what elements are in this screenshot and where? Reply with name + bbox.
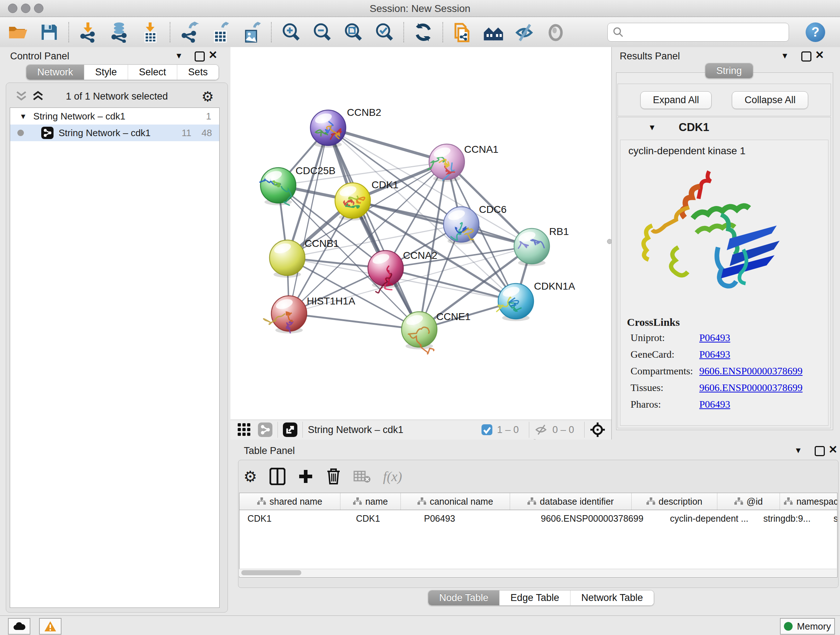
- table-cell[interactable]: CDK1: [348, 510, 416, 527]
- delete-table-icon[interactable]: [354, 469, 371, 484]
- float-panel-icon[interactable]: [195, 51, 205, 62]
- grid-view-icon[interactable]: [237, 423, 251, 437]
- zoom-fit-icon[interactable]: [342, 21, 364, 43]
- import-table-file-icon[interactable]: [140, 21, 161, 43]
- crosslink-value-link[interactable]: P06493: [699, 399, 730, 410]
- network-list: ▾ String Network – cdk1 1 String Network…: [10, 108, 219, 608]
- status-bar: Memory: [0, 616, 840, 635]
- column-header-namespace[interactable]: namespace: [780, 493, 837, 510]
- string-home-icon[interactable]: [483, 21, 504, 43]
- table-cell[interactable]: CDK1: [240, 510, 348, 527]
- search-input[interactable]: [627, 26, 789, 38]
- export-image-icon[interactable]: [241, 21, 263, 43]
- column-header-shared-name[interactable]: shared name: [240, 493, 340, 510]
- node-ccnb2[interactable]: CCNB2: [310, 107, 381, 148]
- tab-network-table[interactable]: Network Table: [570, 591, 654, 605]
- expand-all-button[interactable]: Expand All: [640, 91, 712, 109]
- network-collection-row[interactable]: ▾ String Network – cdk1 1: [10, 108, 219, 125]
- hidden-eye-slash-icon[interactable]: [534, 424, 548, 435]
- cloud-button[interactable]: [8, 618, 30, 635]
- zoom-selected-icon[interactable]: [373, 21, 395, 43]
- delete-column-trash-icon[interactable]: [326, 468, 341, 485]
- column-header-@id[interactable]: @id: [717, 493, 780, 510]
- search-field[interactable]: [607, 23, 789, 42]
- table-horizontal-scrollbar[interactable]: [239, 569, 837, 576]
- help-icon[interactable]: ?: [806, 22, 825, 42]
- zoom-in-icon[interactable]: [280, 21, 302, 43]
- float-panel-icon[interactable]: [815, 446, 825, 456]
- open-in-window-icon[interactable]: [283, 423, 297, 437]
- column-header-name[interactable]: name: [340, 493, 401, 510]
- control-panel-title: Control Panel: [10, 51, 69, 62]
- warnings-button[interactable]: [39, 618, 62, 635]
- copy-network-icon[interactable]: [452, 21, 473, 43]
- tab-network[interactable]: Network: [27, 65, 84, 80]
- table-cell[interactable]: stringdb:9...: [755, 510, 826, 527]
- table-cell[interactable]: stringdb: [826, 510, 837, 527]
- table-cell[interactable]: 9606.ENSP00000378699: [533, 510, 662, 527]
- tab-edge-table[interactable]: Edge Table: [500, 591, 570, 605]
- save-session-icon[interactable]: [38, 21, 60, 43]
- network-row[interactable]: String Network – cdk1 11 48: [10, 125, 219, 141]
- memory-status-dot: [784, 622, 793, 631]
- node-ccne1[interactable]: CCNE1: [401, 311, 471, 354]
- string-network-graph[interactable]: CCNB2CCNA1CDC25BCDK1CDC6RB1CCNB1CCNA2CDK…: [231, 47, 611, 420]
- collapse-panel-icon[interactable]: ▾: [796, 445, 801, 456]
- network-options-gear-icon[interactable]: ⚙: [202, 89, 214, 105]
- open-session-icon[interactable]: [7, 21, 29, 43]
- table-cell[interactable]: cyclin-dependent ...: [662, 510, 755, 527]
- hide-results-panel-icon[interactable]: [514, 21, 535, 43]
- tab-sets[interactable]: Sets: [177, 65, 218, 80]
- section-expander-icon[interactable]: ▾: [650, 122, 654, 133]
- table-browser: ⚙ f(x) shared namenamecanonical namedata…: [238, 460, 838, 588]
- show-panel-disabled-icon[interactable]: [545, 21, 567, 43]
- crosslink-value-link[interactable]: 9606.ENSP00000378699: [699, 365, 802, 377]
- collapse-panel-icon[interactable]: ▾: [177, 50, 181, 61]
- import-network-database-icon[interactable]: [109, 21, 130, 43]
- function-builder-icon[interactable]: f(x): [383, 469, 402, 485]
- close-panel-icon[interactable]: ✕: [829, 443, 837, 456]
- floater-separator: [302, 422, 303, 438]
- network-overview-icon[interactable]: [258, 423, 272, 437]
- memory-button[interactable]: Memory: [780, 618, 835, 635]
- node-rb1[interactable]: RB1: [514, 226, 569, 266]
- collapse-panel-icon[interactable]: ▾: [783, 50, 787, 61]
- crosslink-value-link[interactable]: P06493: [699, 348, 730, 360]
- edge-ccne1-hist1h1a[interactable]: [289, 314, 419, 329]
- tab-string[interactable]: String: [706, 63, 753, 78]
- crosslink-label: Uniprot:: [630, 332, 665, 344]
- column-header-description[interactable]: description: [632, 493, 717, 510]
- table-row[interactable]: CDK1CDK1P064939606.ENSP00000378699cyclin…: [240, 510, 837, 527]
- table-settings-gear-icon[interactable]: ⚙: [243, 468, 257, 486]
- scrollbar-thumb[interactable]: [241, 570, 302, 575]
- network-canvas[interactable]: CCNB2CCNA1CDC25BCDK1CDC6RB1CCNB1CCNA2CDK…: [231, 47, 611, 440]
- zoom-out-icon[interactable]: [311, 21, 333, 43]
- export-table-icon[interactable]: [210, 21, 232, 43]
- table-cell[interactable]: P06493: [416, 510, 533, 527]
- crosslink-value-link[interactable]: 9606.ENSP00000378699: [699, 382, 802, 394]
- export-network-icon[interactable]: [179, 21, 201, 43]
- show-columns-icon[interactable]: [270, 468, 286, 485]
- crosslink-value-link[interactable]: P06493: [699, 332, 730, 344]
- column-header-canonical-name[interactable]: canonical name: [401, 493, 510, 510]
- node-cdkn1a[interactable]: CDKN1A: [496, 280, 575, 321]
- close-panel-icon[interactable]: ✕: [815, 49, 824, 61]
- center-view-crosshair-icon[interactable]: [590, 422, 606, 438]
- gene-description: cyclin-dependent kinase 1: [628, 145, 745, 157]
- table-panel-title: Table Panel: [244, 445, 295, 456]
- create-column-plus-icon[interactable]: [298, 469, 314, 485]
- close-panel-icon[interactable]: ✕: [208, 49, 218, 61]
- collection-expander-icon[interactable]: ▾: [21, 111, 25, 121]
- tab-style[interactable]: Style: [84, 65, 128, 80]
- column-header-database-identifier[interactable]: database identifier: [510, 493, 632, 510]
- collapse-all-button[interactable]: Collapse All: [732, 91, 808, 109]
- tab-node-table[interactable]: Node Table: [428, 591, 500, 605]
- float-panel-icon[interactable]: [801, 51, 812, 62]
- import-network-file-icon[interactable]: [77, 21, 99, 43]
- node-hist1h1a[interactable]: HIST1H1A: [264, 295, 355, 333]
- node-ccna1[interactable]: CCNA1: [427, 144, 499, 182]
- tab-select[interactable]: Select: [128, 65, 177, 80]
- selected-checkbox-icon[interactable]: [481, 424, 493, 435]
- edge-ccnb2-hist1h1a[interactable]: [289, 128, 328, 314]
- refresh-icon[interactable]: [412, 21, 434, 43]
